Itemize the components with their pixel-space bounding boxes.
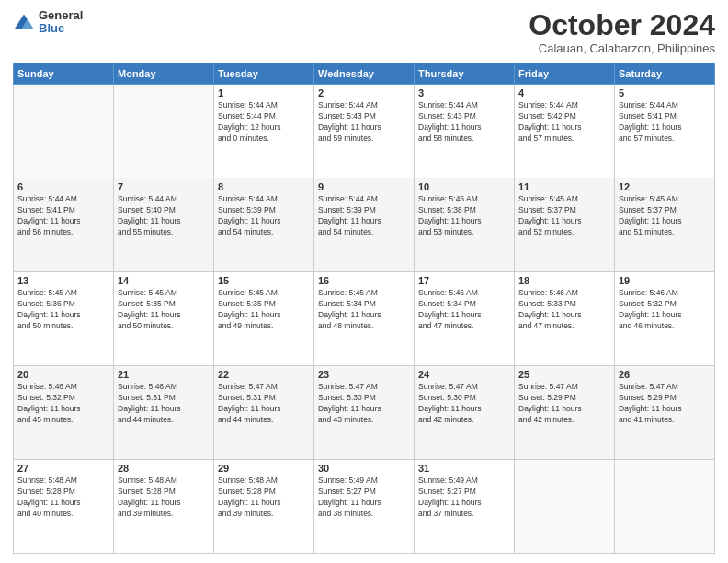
day-number: 28 — [118, 463, 210, 474]
title-area: October 2024 Calauan, Calabarzon, Philip… — [529, 9, 715, 55]
day-number: 15 — [218, 275, 310, 286]
day-number: 17 — [418, 275, 510, 286]
day-info: Sunrise: 5:45 AM Sunset: 5:35 PM Dayligh… — [118, 288, 210, 332]
day-number: 25 — [518, 369, 610, 380]
calendar-cell: 4Sunrise: 5:44 AM Sunset: 5:42 PM Daylig… — [515, 85, 615, 178]
day-info: Sunrise: 5:44 AM Sunset: 5:39 PM Dayligh… — [318, 194, 410, 238]
day-info: Sunrise: 5:45 AM Sunset: 5:34 PM Dayligh… — [318, 288, 410, 332]
day-info: Sunrise: 5:47 AM Sunset: 5:29 PM Dayligh… — [518, 382, 610, 426]
calendar-cell — [14, 85, 114, 178]
header: General Blue October 2024 Calauan, Calab… — [13, 9, 715, 55]
day-number: 20 — [17, 369, 109, 380]
calendar-cell: 15Sunrise: 5:45 AM Sunset: 5:35 PM Dayli… — [214, 272, 314, 366]
calendar-cell: 28Sunrise: 5:48 AM Sunset: 5:28 PM Dayli… — [114, 460, 214, 554]
calendar-cell: 13Sunrise: 5:45 AM Sunset: 5:36 PM Dayli… — [14, 272, 114, 366]
day-info: Sunrise: 5:46 AM Sunset: 5:32 PM Dayligh… — [619, 288, 711, 332]
calendar-cell: 20Sunrise: 5:46 AM Sunset: 5:32 PM Dayli… — [14, 366, 114, 460]
day-number: 23 — [318, 369, 410, 380]
calendar-cell: 21Sunrise: 5:46 AM Sunset: 5:31 PM Dayli… — [114, 366, 214, 460]
calendar-cell — [615, 460, 715, 554]
day-number: 5 — [619, 87, 711, 98]
day-info: Sunrise: 5:46 AM Sunset: 5:31 PM Dayligh… — [118, 382, 210, 426]
logo-general: General — [39, 9, 83, 22]
calendar-header: SundayMondayTuesdayWednesdayThursdayFrid… — [14, 63, 715, 85]
day-header-thursday: Thursday — [415, 63, 515, 85]
day-info: Sunrise: 5:45 AM Sunset: 5:35 PM Dayligh… — [218, 288, 310, 332]
calendar-body: 1Sunrise: 5:44 AM Sunset: 5:44 PM Daylig… — [14, 85, 715, 554]
day-info: Sunrise: 5:48 AM Sunset: 5:28 PM Dayligh… — [218, 476, 310, 520]
calendar-cell: 1Sunrise: 5:44 AM Sunset: 5:44 PM Daylig… — [214, 85, 314, 178]
calendar-cell: 19Sunrise: 5:46 AM Sunset: 5:32 PM Dayli… — [615, 272, 715, 366]
logo: General Blue — [13, 9, 83, 36]
day-number: 21 — [118, 369, 210, 380]
calendar-week-5: 27Sunrise: 5:48 AM Sunset: 5:28 PM Dayli… — [14, 460, 715, 554]
day-number: 27 — [17, 463, 109, 474]
day-number: 1 — [218, 87, 310, 98]
day-info: Sunrise: 5:47 AM Sunset: 5:29 PM Dayligh… — [619, 382, 711, 426]
day-number: 18 — [518, 275, 610, 286]
day-info: Sunrise: 5:44 AM Sunset: 5:43 PM Dayligh… — [318, 100, 410, 144]
day-info: Sunrise: 5:49 AM Sunset: 5:27 PM Dayligh… — [418, 476, 510, 520]
calendar-week-3: 13Sunrise: 5:45 AM Sunset: 5:36 PM Dayli… — [14, 272, 715, 366]
calendar-cell: 9Sunrise: 5:44 AM Sunset: 5:39 PM Daylig… — [314, 178, 415, 272]
day-number: 12 — [619, 181, 711, 192]
day-info: Sunrise: 5:47 AM Sunset: 5:30 PM Dayligh… — [418, 382, 510, 426]
day-info: Sunrise: 5:44 AM Sunset: 5:41 PM Dayligh… — [619, 100, 711, 144]
calendar-cell: 5Sunrise: 5:44 AM Sunset: 5:41 PM Daylig… — [615, 85, 715, 178]
logo-icon — [13, 13, 35, 31]
day-number: 14 — [118, 275, 210, 286]
day-info: Sunrise: 5:45 AM Sunset: 5:36 PM Dayligh… — [17, 288, 109, 332]
calendar-cell: 31Sunrise: 5:49 AM Sunset: 5:27 PM Dayli… — [415, 460, 515, 554]
day-info: Sunrise: 5:48 AM Sunset: 5:28 PM Dayligh… — [17, 476, 109, 520]
day-number: 11 — [518, 181, 610, 192]
calendar-cell: 16Sunrise: 5:45 AM Sunset: 5:34 PM Dayli… — [314, 272, 415, 366]
day-number: 31 — [418, 463, 510, 474]
header-row: SundayMondayTuesdayWednesdayThursdayFrid… — [14, 63, 715, 85]
logo-text: General Blue — [39, 9, 83, 36]
location-title: Calauan, Calabarzon, Philippines — [529, 41, 715, 55]
calendar-cell: 7Sunrise: 5:44 AM Sunset: 5:40 PM Daylig… — [114, 178, 214, 272]
calendar-cell: 27Sunrise: 5:48 AM Sunset: 5:28 PM Dayli… — [14, 460, 114, 554]
day-number: 10 — [418, 181, 510, 192]
day-info: Sunrise: 5:49 AM Sunset: 5:27 PM Dayligh… — [318, 476, 410, 520]
calendar-cell: 10Sunrise: 5:45 AM Sunset: 5:38 PM Dayli… — [415, 178, 515, 272]
calendar-cell: 18Sunrise: 5:46 AM Sunset: 5:33 PM Dayli… — [515, 272, 615, 366]
day-info: Sunrise: 5:48 AM Sunset: 5:28 PM Dayligh… — [118, 476, 210, 520]
calendar-cell: 25Sunrise: 5:47 AM Sunset: 5:29 PM Dayli… — [515, 366, 615, 460]
day-number: 24 — [418, 369, 510, 380]
calendar-cell: 29Sunrise: 5:48 AM Sunset: 5:28 PM Dayli… — [214, 460, 314, 554]
day-info: Sunrise: 5:47 AM Sunset: 5:30 PM Dayligh… — [318, 382, 410, 426]
calendar-cell: 2Sunrise: 5:44 AM Sunset: 5:43 PM Daylig… — [314, 85, 415, 178]
calendar-cell: 8Sunrise: 5:44 AM Sunset: 5:39 PM Daylig… — [214, 178, 314, 272]
day-number: 30 — [318, 463, 410, 474]
day-number: 19 — [619, 275, 711, 286]
day-header-wednesday: Wednesday — [314, 63, 415, 85]
day-number: 7 — [118, 181, 210, 192]
calendar-cell: 3Sunrise: 5:44 AM Sunset: 5:43 PM Daylig… — [415, 85, 515, 178]
day-info: Sunrise: 5:46 AM Sunset: 5:33 PM Dayligh… — [518, 288, 610, 332]
day-info: Sunrise: 5:46 AM Sunset: 5:32 PM Dayligh… — [17, 382, 109, 426]
calendar-cell — [515, 460, 615, 554]
day-info: Sunrise: 5:44 AM Sunset: 5:41 PM Dayligh… — [17, 194, 109, 238]
day-info: Sunrise: 5:45 AM Sunset: 5:38 PM Dayligh… — [418, 194, 510, 238]
calendar-cell: 6Sunrise: 5:44 AM Sunset: 5:41 PM Daylig… — [14, 178, 114, 272]
logo-blue: Blue — [39, 22, 83, 35]
calendar-cell: 14Sunrise: 5:45 AM Sunset: 5:35 PM Dayli… — [114, 272, 214, 366]
day-info: Sunrise: 5:47 AM Sunset: 5:31 PM Dayligh… — [218, 382, 310, 426]
calendar-cell: 30Sunrise: 5:49 AM Sunset: 5:27 PM Dayli… — [314, 460, 415, 554]
day-number: 22 — [218, 369, 310, 380]
day-number: 6 — [17, 181, 109, 192]
calendar-cell: 12Sunrise: 5:45 AM Sunset: 5:37 PM Dayli… — [615, 178, 715, 272]
day-number: 26 — [619, 369, 711, 380]
day-number: 16 — [318, 275, 410, 286]
calendar-week-1: 1Sunrise: 5:44 AM Sunset: 5:44 PM Daylig… — [14, 85, 715, 178]
day-info: Sunrise: 5:46 AM Sunset: 5:34 PM Dayligh… — [418, 288, 510, 332]
page-container: General Blue October 2024 Calauan, Calab… — [0, 0, 728, 563]
month-title: October 2024 — [529, 9, 715, 41]
calendar-cell: 17Sunrise: 5:46 AM Sunset: 5:34 PM Dayli… — [415, 272, 515, 366]
day-info: Sunrise: 5:44 AM Sunset: 5:39 PM Dayligh… — [218, 194, 310, 238]
calendar-cell: 11Sunrise: 5:45 AM Sunset: 5:37 PM Dayli… — [515, 178, 615, 272]
day-number: 13 — [17, 275, 109, 286]
calendar-cell: 23Sunrise: 5:47 AM Sunset: 5:30 PM Dayli… — [314, 366, 415, 460]
day-info: Sunrise: 5:44 AM Sunset: 5:43 PM Dayligh… — [418, 100, 510, 144]
